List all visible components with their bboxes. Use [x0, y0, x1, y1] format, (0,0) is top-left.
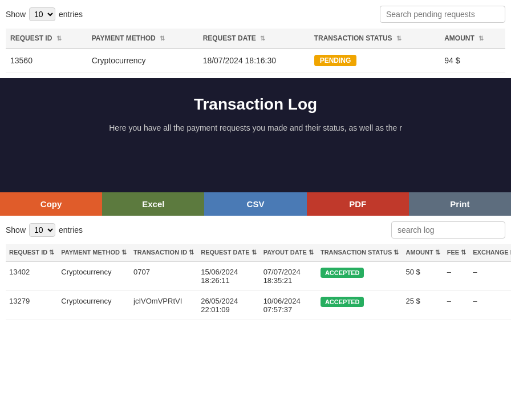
log-table-header-row: REQUEST ID ⇅ PAYMENT METHOD ⇅ TRANSACTIO…	[6, 244, 511, 261]
cell-request-id: 13560	[6, 49, 87, 72]
entries-label-log: entries	[59, 225, 83, 235]
pdf-button[interactable]: PDF	[307, 192, 409, 216]
cell-amount: 94 $	[440, 49, 505, 72]
log-cell-exchange-rate-0: –	[469, 261, 511, 291]
show-label-pending: Show	[6, 10, 26, 19]
status-badge-pending: PENDING	[314, 55, 357, 66]
log-sort-icon-transaction-id: ⇅	[189, 249, 194, 256]
log-col-transaction-id[interactable]: TRANSACTION ID ⇅	[130, 244, 197, 261]
show-entries-pending: Show 10 25 50 entries	[6, 7, 83, 21]
csv-button[interactable]: CSV	[204, 192, 306, 216]
pending-requests-section: Show 10 25 50 entries REQUEST ID ⇅ PAYME…	[0, 0, 511, 78]
log-cell-transaction-status-0: ACCEPTED	[317, 261, 403, 291]
transaction-log-title: Transaction Log	[11, 95, 500, 114]
transaction-log-description: Here you have all the payment requests y…	[11, 122, 500, 134]
log-col-transaction-status[interactable]: TRANSACTION STATUS ⇅	[317, 244, 403, 261]
transaction-log-section: Transaction Log Here you have all the pa…	[0, 78, 511, 192]
cell-transaction-status: PENDING	[310, 49, 440, 72]
search-pending-input[interactable]	[380, 6, 505, 23]
copy-button[interactable]: Copy	[0, 192, 102, 216]
log-col-fee[interactable]: FEE ⇅	[444, 244, 469, 261]
entries-label-pending: entries	[59, 10, 83, 19]
pending-table-body: 13560 Cryptocurrency 18/07/2024 18:16:30…	[6, 49, 505, 72]
log-col-amount[interactable]: AMOUNT ⇅	[402, 244, 443, 261]
log-table-section: Show 10 25 50 entries REQUEST ID ⇅ PAYME…	[0, 216, 511, 326]
table-row: 13560 Cryptocurrency 18/07/2024 18:16:30…	[6, 49, 505, 72]
sort-icon-payment-method: ⇅	[160, 35, 165, 42]
log-cell-payment-method-0: Cryptocurrency	[58, 261, 130, 291]
log-col-request-id[interactable]: REQUEST ID ⇅	[6, 244, 58, 261]
log-cell-request-id-0: 13402	[6, 261, 58, 291]
log-col-payout-date[interactable]: PAYOUT DATE ⇅	[260, 244, 317, 261]
log-cell-transaction-id-0: 0707	[130, 261, 197, 291]
log-sort-icon-request-date: ⇅	[252, 249, 257, 256]
pending-table-head: REQUEST ID ⇅ PAYMENT METHOD ⇅ REQUEST DA…	[6, 29, 505, 49]
search-log-input[interactable]	[391, 221, 505, 239]
table-row: 13402 Cryptocurrency 0707 15/06/2024 18:…	[6, 261, 511, 291]
log-controls: Show 10 25 50 entries	[6, 221, 505, 239]
log-col-payment-method[interactable]: PAYMENT METHOD ⇅	[58, 244, 130, 261]
log-cell-transaction-id-1: jcIVOmVPRtVI	[130, 291, 197, 320]
log-sort-icon-payment-method: ⇅	[121, 249, 127, 256]
table-row: 13279 Cryptocurrency jcIVOmVPRtVI 26/05/…	[6, 291, 511, 320]
log-cell-exchange-rate-1: –	[469, 291, 511, 320]
log-table-body: 13402 Cryptocurrency 0707 15/06/2024 18:…	[6, 261, 511, 320]
col-request-id[interactable]: REQUEST ID ⇅	[6, 29, 87, 49]
log-sort-icon-fee: ⇅	[461, 249, 466, 256]
pending-table-header-row: REQUEST ID ⇅ PAYMENT METHOD ⇅ REQUEST DA…	[6, 29, 505, 49]
cell-request-date: 18/07/2024 18:16:30	[198, 49, 310, 72]
log-cell-payment-method-1: Cryptocurrency	[58, 291, 130, 320]
log-cell-fee-0: –	[444, 261, 469, 291]
entries-select-log[interactable]: 10 25 50	[29, 223, 55, 237]
log-table: REQUEST ID ⇅ PAYMENT METHOD ⇅ TRANSACTIO…	[6, 244, 511, 320]
status-badge-accepted-1: ACCEPTED	[321, 297, 364, 307]
log-cell-payout-date-0: 07/07/2024 18:35:21	[260, 261, 317, 291]
sort-icon-amount: ⇅	[478, 35, 484, 42]
log-sort-icon-request-id: ⇅	[49, 249, 54, 256]
log-table-head: REQUEST ID ⇅ PAYMENT METHOD ⇅ TRANSACTIO…	[6, 244, 511, 261]
col-payment-method[interactable]: PAYMENT METHOD ⇅	[87, 29, 198, 49]
log-cell-amount-1: 25 $	[402, 291, 443, 320]
col-transaction-status[interactable]: TRANSACTION STATUS ⇅	[310, 29, 440, 49]
log-cell-payout-date-1: 10/06/2024 07:57:37	[260, 291, 317, 320]
log-sort-icon-amount: ⇅	[435, 249, 440, 256]
pending-controls: Show 10 25 50 entries	[6, 6, 505, 23]
log-col-request-date[interactable]: REQUEST DATE ⇅	[197, 244, 259, 261]
cell-payment-method: Cryptocurrency	[87, 49, 198, 72]
col-request-date[interactable]: REQUEST DATE ⇅	[198, 29, 310, 49]
log-cell-request-date-1: 26/05/2024 22:01:09	[197, 291, 259, 320]
log-sort-icon-payout-date: ⇅	[309, 249, 314, 256]
export-buttons: Copy Excel CSV PDF Print	[0, 192, 511, 216]
pending-table: REQUEST ID ⇅ PAYMENT METHOD ⇅ REQUEST DA…	[6, 29, 505, 72]
excel-button[interactable]: Excel	[102, 192, 204, 216]
log-cell-transaction-status-1: ACCEPTED	[317, 291, 403, 320]
col-amount[interactable]: AMOUNT ⇅	[440, 29, 505, 49]
log-col-exchange-rate[interactable]: EXCHANGE RATE ⇅	[469, 244, 511, 261]
sort-icon-request-id: ⇅	[56, 35, 62, 42]
sort-icon-transaction-status: ⇅	[396, 35, 402, 42]
log-cell-fee-1: –	[444, 291, 469, 320]
log-sort-icon-transaction-status: ⇅	[394, 249, 399, 256]
status-badge-accepted-0: ACCEPTED	[321, 268, 364, 278]
entries-select-pending[interactable]: 10 25 50	[29, 7, 55, 21]
show-label-log: Show	[6, 225, 26, 235]
log-cell-amount-0: 50 $	[402, 261, 443, 291]
print-button[interactable]: Print	[409, 192, 511, 216]
log-cell-request-date-0: 15/06/2024 18:26:11	[197, 261, 259, 291]
show-entries-log: Show 10 25 50 entries	[6, 223, 83, 237]
log-cell-request-id-1: 13279	[6, 291, 58, 320]
sort-icon-request-date: ⇅	[260, 35, 265, 42]
